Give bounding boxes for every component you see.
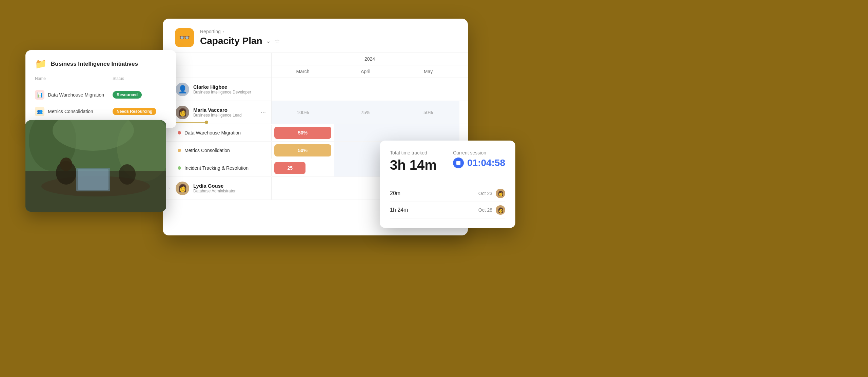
card-header: 👓 Reporting › Capacity Plan ⌄ ☆ bbox=[163, 19, 468, 53]
dw-march-bar: 50% bbox=[271, 125, 334, 141]
office-scene-svg bbox=[25, 120, 166, 212]
bi-row-icon-dw: 📊 bbox=[35, 90, 44, 100]
photo-placeholder bbox=[25, 120, 166, 212]
person-info-lydia: › 👩 Lydia Gouse Database Administrator bbox=[163, 177, 271, 199]
incident-bar-value: 25 bbox=[274, 162, 305, 174]
bi-row-metrics: 👥 Metrics Consolidation Needs Resourcing bbox=[35, 103, 167, 120]
year-header-row: 2024 bbox=[163, 53, 468, 65]
task-dot-incident bbox=[178, 166, 181, 170]
avatar-clarke: 👤 bbox=[176, 83, 189, 96]
bi-initiatives-card: 📁 Business Intelligence Initiatives Name… bbox=[25, 50, 176, 128]
time-entry-1: 20m Oct 23 👩 bbox=[390, 185, 505, 202]
expand-icon-lydia[interactable]: › bbox=[168, 186, 170, 191]
header-text: Reporting › Capacity Plan ⌄ ☆ bbox=[200, 29, 280, 46]
title-row: Capacity Plan ⌄ ☆ bbox=[200, 36, 280, 46]
task-name-dw: Data Warehouse Migration bbox=[184, 130, 241, 135]
task-row-data-warehouse: Data Warehouse Migration 50% bbox=[163, 124, 468, 142]
clarke-may bbox=[397, 78, 459, 101]
month-march: March bbox=[271, 65, 334, 78]
total-time-value: 3h 14m bbox=[390, 158, 437, 173]
total-time-label: Total time tracked bbox=[390, 150, 437, 155]
entry-2-date: Oct 28 bbox=[478, 207, 492, 213]
entry-1-avatar: 👩 bbox=[496, 189, 505, 198]
dw-may bbox=[397, 124, 459, 141]
entry-2-meta: Oct 28 👩 bbox=[478, 205, 505, 215]
bi-row-status-metrics: Needs Resourcing bbox=[113, 108, 167, 115]
avatar-lydia: 👩 bbox=[176, 182, 189, 195]
status-badge-resourced: Resourced bbox=[113, 91, 142, 99]
task-dot-metrics bbox=[178, 149, 181, 152]
month-may: May bbox=[397, 65, 459, 78]
maria-march: 100% bbox=[271, 101, 334, 124]
stop-button[interactable] bbox=[453, 158, 464, 168]
bi-row-dw: 📊 Data Warehouse Migration Resourced bbox=[35, 87, 167, 103]
clarke-april bbox=[334, 78, 397, 101]
connector-line bbox=[176, 122, 207, 123]
entry-1-duration: 20m bbox=[390, 190, 400, 196]
title-dropdown-icon[interactable]: ⌄ bbox=[266, 37, 271, 45]
connector-dot bbox=[205, 121, 208, 124]
svg-rect-11 bbox=[25, 120, 166, 212]
person-name-maria: Maria Vaccaro bbox=[193, 107, 257, 113]
task-name-incident: Incident Tracking & Resolution bbox=[184, 165, 249, 171]
entry-1-meta: Oct 23 👩 bbox=[478, 189, 505, 198]
month-april: April bbox=[334, 65, 397, 78]
folder-icon: 📁 bbox=[35, 58, 47, 69]
maria-may: 50% bbox=[397, 101, 459, 124]
bi-row-status-dw: Resourced bbox=[113, 91, 167, 99]
clarke-march bbox=[271, 78, 334, 101]
person-name-lydia: Lydia Gouse bbox=[193, 183, 236, 189]
app-icon: 👓 bbox=[175, 28, 194, 47]
time-entry-2: 1h 24m Oct 28 👩 bbox=[390, 202, 505, 218]
person-role-lydia: Database Administrator bbox=[193, 189, 236, 193]
time-divider bbox=[390, 179, 505, 179]
page-title: Capacity Plan bbox=[200, 36, 262, 46]
year-label: 2024 bbox=[271, 53, 468, 65]
status-badge-needs-resourcing: Needs Resourcing bbox=[113, 108, 156, 115]
task-info-incident: Incident Tracking & Resolution bbox=[163, 162, 271, 174]
maria-april: 75% bbox=[334, 101, 397, 124]
bi-table-header: Name Status bbox=[35, 76, 167, 84]
avatar-maria: 👩 bbox=[176, 106, 189, 119]
entry-1-date: Oct 23 bbox=[478, 191, 492, 196]
breadcrumb-arrow: › bbox=[223, 29, 224, 34]
person-role-maria: Business Intelligence Lead bbox=[193, 113, 257, 118]
lydia-march bbox=[271, 177, 334, 200]
person-name-clarke: Clarke Higbee bbox=[193, 84, 251, 90]
current-session-section: Current session 01:04:58 bbox=[453, 150, 505, 168]
total-time-section: Total time tracked 3h 14m bbox=[390, 150, 437, 173]
person-row-clarke: › 👤 Clarke Higbee Business Intelligence … bbox=[163, 78, 468, 101]
month-header-row: March April May bbox=[163, 65, 468, 78]
metrics-bar-value: 50% bbox=[274, 144, 331, 156]
session-time-value: 01:04:58 bbox=[467, 158, 505, 168]
bi-card-header: 📁 Business Intelligence Initiatives bbox=[35, 58, 167, 69]
more-options-icon[interactable]: ··· bbox=[261, 109, 266, 116]
time-tracker-card: Total time tracked 3h 14m Current sessio… bbox=[380, 141, 515, 228]
entry-2-avatar: 👩 bbox=[496, 205, 505, 215]
person-role-clarke: Business Intelligence Developer bbox=[193, 90, 251, 95]
col-status-header: Status bbox=[113, 76, 167, 81]
task-dot-dw bbox=[178, 131, 181, 134]
person-info-clarke: › 👤 Clarke Higbee Business Intelligence … bbox=[163, 79, 271, 100]
entry-2-duration: 1h 24m bbox=[390, 207, 408, 213]
bi-row-name-metrics: 👥 Metrics Consolidation bbox=[35, 107, 113, 116]
bi-row-name-dw: 📊 Data Warehouse Migration bbox=[35, 90, 113, 100]
session-timer: 01:04:58 bbox=[453, 158, 505, 168]
person-row-maria: › 👩 Maria Vaccaro Business Intelligence … bbox=[163, 101, 468, 124]
time-card-top: Total time tracked 3h 14m Current sessio… bbox=[390, 150, 505, 173]
breadcrumb: Reporting › bbox=[200, 29, 280, 34]
dw-april bbox=[334, 124, 397, 141]
incident-march-bar: 25 bbox=[271, 160, 334, 176]
person-info-maria: › 👩 Maria Vaccaro Business Intelligence … bbox=[163, 102, 271, 123]
dw-bar-value: 50% bbox=[274, 127, 331, 139]
task-name-metrics: Metrics Consolidation bbox=[184, 148, 230, 153]
stop-icon bbox=[456, 161, 460, 165]
bi-row-icon-metrics: 👥 bbox=[35, 107, 44, 116]
metrics-march-bar: 50% bbox=[271, 142, 334, 159]
bi-table: Name Status 📊 Data Warehouse Migration R… bbox=[35, 76, 167, 120]
task-info-metrics: Metrics Consolidation bbox=[163, 144, 271, 156]
session-label: Current session bbox=[453, 150, 505, 155]
bi-card-title: Business Intelligence Initiatives bbox=[51, 61, 138, 67]
favorite-icon[interactable]: ☆ bbox=[274, 37, 280, 45]
col-name-header: Name bbox=[35, 76, 113, 81]
